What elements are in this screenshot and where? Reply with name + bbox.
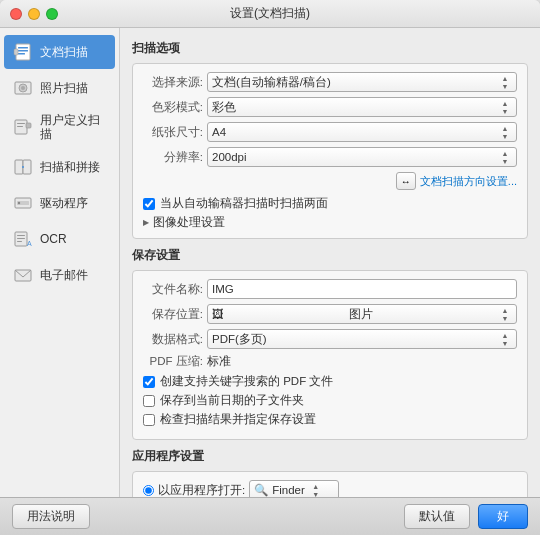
compress-label: PDF 压缩: [143,354,203,369]
collapse-triangle: ▶ [143,218,149,227]
source-value: 文档(自动输精器/稿台) [212,75,331,90]
ok-button[interactable]: 好 [478,504,528,529]
maximize-button[interactable] [46,8,58,20]
sidebar-label-driver: 驱动程序 [40,196,88,210]
sidebar-label-doc-scan: 文档扫描 [40,45,88,59]
save-settings-title: 保存设置 [132,247,528,264]
sidebar-item-doc-scan[interactable]: 文档扫描 [4,35,115,69]
check-result-row: 检查扫描结果并指定保存设置 [143,412,517,427]
image-processing-row[interactable]: ▶ 图像处理设置 [143,215,517,230]
sidebar-label-custom-scan: 用户定义扫描 [40,113,107,142]
paper-arrow: ▲▼ [498,125,512,140]
sidebar-item-custom-scan[interactable]: 用户定义扫描 [4,107,115,148]
pdf-search-row: 创建支持关键字搜索的 PDF 文件 [143,374,517,389]
sidebar-label-photo-scan: 照片扫描 [40,81,88,95]
sidebar-label-ocr: OCR [40,232,67,246]
dpi-value: 200dpi [212,151,247,163]
svg-rect-21 [17,241,22,242]
svg-rect-3 [18,53,25,55]
app-settings-title: 应用程序设置 [132,448,528,465]
svg-rect-1 [18,47,28,49]
sidebar-item-photo-scan[interactable]: 照片扫描 [4,71,115,105]
color-row: 色彩模式: 彩色 ▲▼ [143,97,517,117]
filename-input[interactable] [207,279,517,299]
email-icon [12,264,34,286]
window-controls [10,8,58,20]
image-processing-label: 图像处理设置 [153,215,225,230]
close-button[interactable] [10,8,22,20]
minimize-button[interactable] [28,8,40,20]
location-arrow: ▲▼ [498,307,512,322]
svg-rect-9 [17,123,25,124]
sidebar-item-email[interactable]: 电子邮件 [4,258,115,292]
doublescan-label: 当从自动输稿器扫描时扫描两面 [160,196,328,211]
app-settings-box: 以应用程序打开: 🔍 Finder ▲▼ 发送到应用程序: 👁 [132,471,528,497]
source-select[interactable]: 文档(自动输精器/稿台) ▲▼ [207,72,517,92]
subdir-label: 保存到当前日期的子文件夹 [160,393,304,408]
subdir-row: 保存到当前日期的子文件夹 [143,393,517,408]
svg-rect-11 [26,123,31,128]
open-app-icon: 🔍 [254,483,268,497]
color-value: 彩色 [212,100,236,115]
dpi-arrow: ▲▼ [498,150,512,165]
format-label: 数据格式: [143,332,203,347]
svg-rect-4 [14,49,18,55]
pdf-search-checkbox[interactable] [143,376,155,388]
format-select[interactable]: PDF(多页) ▲▼ [207,329,517,349]
save-settings-box: 文件名称: 保存位置: 🖼 图片 ▲▼ 数据格式: [132,270,528,440]
source-row: 选择来源: 文档(自动输精器/稿台) ▲▼ [143,72,517,92]
color-label: 色彩模式: [143,100,203,115]
open-app-arrow: ▲▼ [309,483,323,498]
content-area: 文档扫描 照片扫描 [0,28,540,497]
help-button[interactable]: 用法说明 [12,504,90,529]
color-select[interactable]: 彩色 ▲▼ [207,97,517,117]
pdf-search-label: 创建支持关键字搜索的 PDF 文件 [160,374,333,389]
sidebar-item-driver[interactable]: 驱动程序 [4,186,115,220]
doc-scan-icon [12,41,34,63]
location-value: 图片 [349,307,373,322]
doublescan-checkbox[interactable] [143,198,155,210]
source-label: 选择来源: [143,75,203,90]
sidebar-item-scan-stitch[interactable]: 扫描和拼接 [4,150,115,184]
compress-row: PDF 压缩: 标准 [143,354,517,369]
radio-open-app-row: 以应用程序打开: 🔍 Finder ▲▼ [143,480,517,497]
dpi-select[interactable]: 200dpi ▲▼ [207,147,517,167]
paper-value: A4 [212,126,226,138]
footer-left: 用法说明 [12,504,90,529]
direction-icon-btn[interactable]: ↔ [396,172,416,190]
subdir-checkbox[interactable] [143,395,155,407]
scan-options-title: 扫描选项 [132,40,528,57]
radio-open-app[interactable] [143,485,154,496]
svg-rect-19 [17,235,25,236]
location-select[interactable]: 🖼 图片 ▲▼ [207,304,517,324]
paper-select[interactable]: A4 ▲▼ [207,122,517,142]
compress-value: 标准 [207,354,231,369]
open-app-select[interactable]: 🔍 Finder ▲▼ [249,480,339,497]
paper-row: 纸张尺寸: A4 ▲▼ [143,122,517,142]
check-result-checkbox[interactable] [143,414,155,426]
format-arrow: ▲▼ [498,332,512,347]
scan-stitch-icon [12,156,34,178]
svg-text:A: A [27,240,32,247]
footer: 用法说明 默认值 好 [0,497,540,535]
location-label: 保存位置: [143,307,203,322]
format-value: PDF(多页) [212,332,267,347]
filename-label: 文件名称: [143,282,203,297]
ocr-icon: A [12,228,34,250]
svg-point-7 [21,86,25,90]
svg-rect-13 [23,160,31,174]
color-arrow: ▲▼ [498,100,512,115]
sidebar-item-ocr[interactable]: A OCR [4,222,115,256]
filename-row: 文件名称: [143,279,517,299]
sidebar-label-scan-stitch: 扫描和拼接 [40,160,100,174]
window: 设置(文档扫描) 文档扫描 [0,0,540,535]
photo-scan-icon [12,77,34,99]
custom-scan-icon [12,116,34,138]
default-button[interactable]: 默认值 [404,504,470,529]
window-title: 设置(文档扫描) [230,5,310,22]
check-result-label: 检查扫描结果并指定保存设置 [160,412,316,427]
main-content: 扫描选项 选择来源: 文档(自动输精器/稿台) ▲▼ 色彩模式: [120,28,540,497]
location-row: 保存位置: 🖼 图片 ▲▼ [143,304,517,324]
direction-link[interactable]: 文档扫描方向设置... [420,174,517,189]
svg-point-17 [18,202,20,204]
